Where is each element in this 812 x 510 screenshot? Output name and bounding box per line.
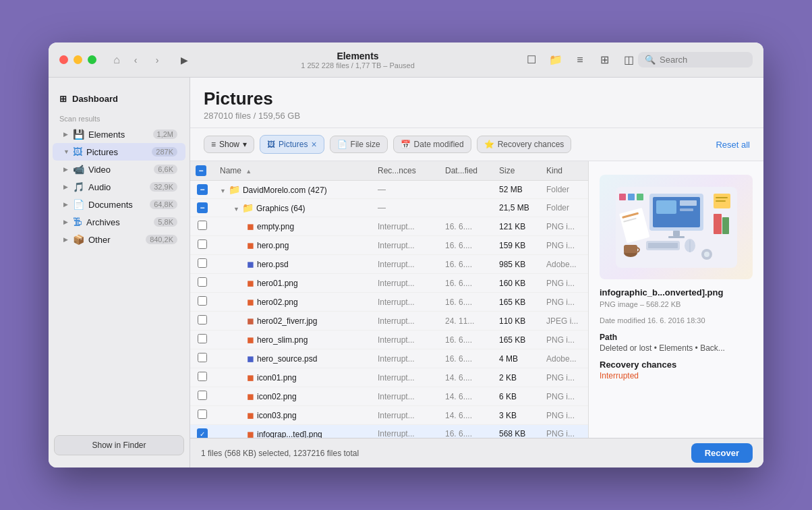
row-checkbox[interactable] [198, 296, 207, 306]
row-checkbox[interactable]: ✓ [197, 428, 208, 438]
row-name[interactable]: ◼hero02.png [214, 293, 372, 312]
row-checkbox-cell[interactable]: − [190, 181, 214, 199]
row-checkbox-cell[interactable]: − [190, 199, 214, 217]
row-checkbox-cell[interactable] [190, 387, 214, 406]
row-name[interactable]: ▼📁Graphics (64) [214, 199, 372, 217]
row-name[interactable]: ◼hero01.png [214, 274, 372, 293]
row-name[interactable]: ◼icon02.png [214, 387, 372, 406]
file-panel[interactable]: − Name ▲ Rec...nces Dat... [190, 161, 588, 438]
row-checkbox-cell[interactable] [190, 274, 214, 293]
header-kind[interactable]: Kind [541, 161, 588, 181]
table-row[interactable]: ◼hero_slim.pngInterrupt...16. 6....165 K… [190, 331, 588, 349]
recovery-chances-filter[interactable]: ⭐ Recovery chances [477, 136, 572, 153]
table-row[interactable]: ◼icon03.pngInterrupt...14. 6....3 KBPNG … [190, 406, 588, 425]
sidebar-item-documents[interactable]: ▶ 📄 Documents 64,8K [53, 196, 185, 213]
table-row[interactable]: ◼hero02.pngInterrupt...16. 6....165 KBPN… [190, 293, 588, 312]
row-name[interactable]: ◼hero.psd [214, 255, 372, 274]
header-name[interactable]: Name ▲ [214, 161, 372, 181]
row-checkbox-cell[interactable] [190, 349, 214, 368]
sidebar-item-video[interactable]: ▶ 📹 Video 6,6K [53, 161, 185, 178]
search-input[interactable] [660, 55, 746, 65]
file-icon-button[interactable]: ☐ [522, 51, 541, 69]
table-row[interactable]: ◼icon01.pngInterrupt...14. 6....2 KBPNG … [190, 368, 588, 387]
row-checkbox[interactable] [198, 221, 207, 230]
row-expand-arrow[interactable]: ▼ [233, 206, 239, 213]
row-checkbox[interactable] [198, 391, 207, 400]
row-checkbox-cell[interactable] [190, 406, 214, 425]
sidebar-item-other[interactable]: ▶ 📦 Other 840,2K [53, 231, 185, 248]
reset-all-button[interactable]: Reset all [716, 140, 750, 150]
row-name[interactable]: ▼📁DavidMorelo.com (427) [214, 181, 372, 199]
row-checkbox-cell[interactable]: ✓ [190, 425, 214, 438]
play-button[interactable]: ▶ [175, 51, 194, 69]
table-row[interactable]: ◼hero.psdInterrupt...16. 6....985 KBAdob… [190, 255, 588, 274]
close-button[interactable] [59, 55, 68, 64]
sidebar-item-audio[interactable]: ▶ 🎵 Audio 32,9K [53, 178, 185, 196]
sidebar-item-elements[interactable]: ▶ 💾 Elements 1,2M [53, 125, 185, 143]
date-modified-filter[interactable]: 📅 Date modified [393, 136, 471, 153]
header-date[interactable]: Dat...fied [440, 161, 494, 181]
row-checkbox[interactable]: − [197, 184, 208, 195]
row-name[interactable]: ◼hero02_fiverr.jpg [214, 312, 372, 331]
header-size[interactable]: Size [494, 161, 541, 181]
file-table-wrapper: − Name ▲ Rec...nces Dat... [190, 161, 763, 438]
back-button[interactable]: ‹ [126, 51, 145, 69]
table-row[interactable]: ◼hero.pngInterrupt...16. 6....159 KBPNG … [190, 236, 588, 255]
header-checkbox-col[interactable]: − [190, 161, 214, 181]
row-checkbox-cell[interactable] [190, 293, 214, 312]
row-checkbox[interactable] [198, 372, 207, 381]
recover-button[interactable]: Recover [691, 443, 753, 463]
svg-rect-19 [722, 217, 729, 234]
row-expand-arrow[interactable]: ▼ [220, 188, 226, 194]
table-row[interactable]: ✓◼infograp...ted].pngInterrupt...16. 6..… [190, 425, 588, 438]
row-name[interactable]: ◼hero.png [214, 236, 372, 255]
svg-rect-25 [628, 194, 635, 200]
list-view-button[interactable]: ≡ [571, 51, 589, 69]
fullscreen-button[interactable] [88, 55, 96, 64]
home-button[interactable]: ⌂ [107, 51, 126, 69]
table-row[interactable]: ◼hero02_fiverr.jpgInterrupt...24. 11...1… [190, 312, 588, 331]
table-row[interactable]: ◼empty.pngInterrupt...16. 6....121 KBPNG… [190, 217, 588, 236]
folder-icon-button[interactable]: 📁 [546, 51, 565, 69]
sidebar-toggle-button[interactable]: ◫ [619, 51, 638, 69]
table-row[interactable]: ◼hero_source.psdInterrupt...16. 6....4 M… [190, 349, 588, 368]
row-checkbox[interactable] [198, 409, 207, 419]
header-recovery[interactable]: Rec...nces [372, 161, 440, 181]
show-filter-button[interactable]: ≡ Show ▾ [204, 136, 254, 153]
minimize-button[interactable] [74, 55, 82, 64]
pictures-filter-chip[interactable]: 🖼 Pictures × [260, 135, 324, 154]
file-size-filter[interactable]: 📄 File size [330, 136, 388, 153]
row-name[interactable]: ◼hero_source.psd [214, 349, 372, 368]
sidebar-item-archives[interactable]: ▶ 🗜 Archives 5,8K [53, 213, 185, 231]
grid-view-button[interactable]: ⊞ [595, 51, 614, 69]
table-row[interactable]: −▼📁DavidMorelo.com (427)—52 MBFolder [190, 181, 588, 199]
sidebar-dashboard[interactable]: ⊞ Dashboard [49, 88, 190, 109]
row-checkbox[interactable] [198, 277, 207, 287]
row-name[interactable]: ◼icon03.png [214, 406, 372, 425]
row-checkbox-cell[interactable] [190, 236, 214, 255]
row-checkbox-cell[interactable] [190, 312, 214, 331]
row-checkbox-cell[interactable] [190, 255, 214, 274]
table-row[interactable]: ◼hero01.pngInterrupt...16. 6....160 KBPN… [190, 274, 588, 293]
sidebar-item-pictures[interactable]: ▼ 🖼 Pictures 287K [53, 143, 185, 161]
row-checkbox-cell[interactable] [190, 368, 214, 387]
row-checkbox[interactable] [198, 334, 207, 343]
row-name[interactable]: ◼icon01.png [214, 368, 372, 387]
row-checkbox[interactable] [198, 315, 207, 324]
row-checkbox-cell[interactable] [190, 331, 214, 349]
row-checkbox-cell[interactable] [190, 217, 214, 236]
row-name[interactable]: ◼infograp...ted].png [214, 425, 372, 438]
select-all-checkbox[interactable]: − [196, 165, 206, 176]
pictures-chip-close[interactable]: × [311, 139, 316, 150]
row-checkbox[interactable] [198, 258, 207, 268]
show-finder-button[interactable]: Show in Finder [54, 435, 184, 455]
table-row[interactable]: −▼📁Graphics (64)—21,5 MBFolder [190, 199, 588, 217]
row-checkbox[interactable]: − [197, 202, 208, 213]
row-checkbox[interactable] [198, 239, 207, 249]
row-size: 159 KB [494, 236, 541, 255]
table-row[interactable]: ◼icon02.pngInterrupt...14. 6....6 KBPNG … [190, 387, 588, 406]
row-checkbox[interactable] [198, 353, 207, 362]
row-name[interactable]: ◼empty.png [214, 217, 372, 236]
row-name[interactable]: ◼hero_slim.png [214, 331, 372, 349]
forward-button[interactable]: › [148, 51, 167, 69]
